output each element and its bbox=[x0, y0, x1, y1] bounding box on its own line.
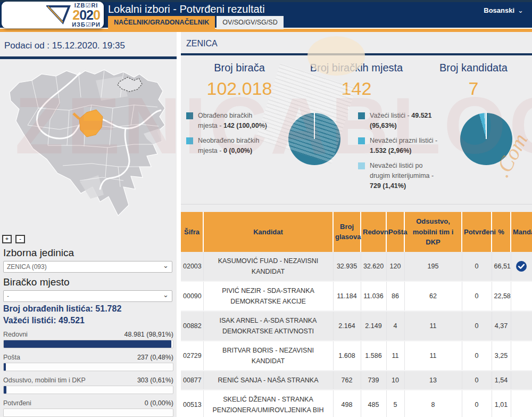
table-row: 00513 SKELIĆ DŽENAN - STRANKA PENZIONERA… bbox=[181, 390, 532, 417]
ballot-bar-posta: Pošta237 (0,48%) bbox=[3, 354, 173, 371]
col-kandidat: Kandidat bbox=[203, 212, 333, 252]
section-divider bbox=[181, 204, 532, 205]
col-redovni: Redovni bbox=[361, 212, 386, 252]
table-row: 00090 PIVIĆ NEZIR - SDA-STRANKA DEMOKRAT… bbox=[181, 281, 532, 311]
legend-color-swatch bbox=[186, 137, 193, 144]
panel-gutter bbox=[177, 32, 181, 417]
stat-broj-biraca: Broj birača 102.018 bbox=[181, 62, 298, 99]
legend-color-swatch bbox=[358, 162, 365, 169]
col-broj-glasova: Broj glasova bbox=[333, 212, 361, 252]
map-country-shape bbox=[10, 70, 165, 216]
page-title: Lokalni izbori - Potvrđeni rezultati bbox=[108, 3, 265, 15]
legend-color-swatch bbox=[186, 112, 193, 119]
col-potvrdeni: Potvrđeni bbox=[462, 212, 492, 252]
valid-ballots-count: Važeći listići: 49.521 bbox=[3, 316, 173, 325]
table-row: 00882 ISAK ARNEL - A-SDA STRANKA DEMOKRA… bbox=[181, 311, 532, 341]
col-mandat: Mandat bbox=[511, 212, 532, 252]
region-title: ZENICA bbox=[181, 32, 532, 55]
tab-nacelnik-gradonacelnik[interactable]: NAČELNIK/GRADONAČELNIK bbox=[108, 16, 215, 29]
pie-chart-processed-stations: Obrađeno biračkih mjesta - 142 (100,00%)… bbox=[186, 109, 358, 202]
legend-item: Nevažeći listići po drugim kriterijumima… bbox=[358, 161, 442, 192]
logo-text-year: 2020 bbox=[72, 9, 101, 22]
polling-station-label: Biračko mjesto bbox=[3, 276, 177, 288]
data-timestamp: Podaci od : 15.12.2020. 19:35 bbox=[0, 32, 177, 56]
legend-color-swatch bbox=[358, 112, 365, 119]
view-tabs: NAČELNIK/GRADONAČELNIK OV/SO/GV/SG/SD bbox=[108, 16, 284, 29]
mandate-check-icon bbox=[516, 261, 527, 272]
pie2-legend: Važeći listići - 49.521 (95,63%) Nevažeć… bbox=[358, 109, 442, 202]
map-zoom-in-button[interactable]: + bbox=[2, 235, 12, 243]
stat-broj-birackih-mjesta: Broj biračkih mjesta 142 bbox=[298, 62, 415, 99]
table-row: 02729 BRITVAR BORIS - NEZAVISNI KANDIDAT… bbox=[181, 341, 532, 371]
language-selector[interactable]: Bosanski⌄ bbox=[484, 6, 523, 14]
map-zoom-out-button[interactable]: - bbox=[15, 235, 25, 243]
bar-fill bbox=[4, 340, 171, 348]
table-row: 00877 RENIĆ SANJA - NAŠA STRANKA 762 739… bbox=[181, 371, 532, 390]
legend-color-swatch bbox=[358, 137, 365, 144]
pie-processed-stations bbox=[288, 113, 340, 165]
summary-stats: Broj birača 102.018 Broj biračkih mjesta… bbox=[181, 55, 532, 99]
bar-fill bbox=[4, 363, 6, 371]
map-zoom-controls: + - bbox=[0, 234, 177, 243]
legend-item: Neobrađeno biračkih mjesta - 0 (0,00%) bbox=[186, 136, 270, 157]
electoral-unit-select[interactable]: ZENICA (093) bbox=[3, 261, 172, 273]
candidate-results-table: Šifra Kandidat Broj glasova Redovni Pošt… bbox=[181, 212, 532, 417]
bar-fill bbox=[4, 386, 6, 394]
pie-ballot-validity bbox=[460, 113, 512, 165]
legend-item: Važeći listići - 49.521 (95,63%) bbox=[358, 111, 442, 132]
electoral-unit-label: Izborna jedinica bbox=[3, 247, 177, 259]
left-sidebar: Podaci od : 15.12.2020. 19:35 bbox=[0, 32, 177, 417]
ballot-bar-odsustvo: Odsustvo, mobilni tim i DKP303 (0,61%) bbox=[3, 377, 173, 394]
table-row: 02003 KASUMOVIĆ FUAD - NEZAVISNI KANDIDA… bbox=[181, 252, 532, 281]
logo-text-izbori-cyrillic: ИЗБ☑РИ bbox=[72, 22, 101, 28]
pie1-legend: Obrađeno biračkih mjesta - 142 (100,00%)… bbox=[186, 109, 270, 202]
ballot-bar-potvrdeni: Potvrđeni0 (0,00%) bbox=[3, 399, 173, 417]
pie-chart-ballot-validity: Važeći listići - 49.521 (95,63%) Nevažeć… bbox=[358, 109, 530, 202]
logo-triangle-icon bbox=[46, 4, 71, 26]
col-sifra: Šifra bbox=[181, 212, 203, 252]
col-posta: Pošta bbox=[386, 212, 404, 252]
table-header-row: Šifra Kandidat Broj glasova Redovni Pošt… bbox=[181, 212, 532, 252]
stat-broj-kandidata: Broj kandidata 7 bbox=[415, 62, 532, 99]
chevron-down-icon: ⌄ bbox=[518, 6, 523, 14]
legend-item: Obrađeno biračkih mjesta - 142 (100,00%) bbox=[186, 111, 270, 132]
ballot-bar-redovni: Redovni48.981 (98,91%) bbox=[3, 331, 173, 348]
processed-ballots-count: Broj obrađenih listića: 51.782 bbox=[3, 304, 173, 314]
legend-item: Nevažeći prazni listići - 1.532 (2,96%) bbox=[358, 136, 442, 157]
tab-ov-so-gv-sg-sd[interactable]: OV/SO/GV/SG/SD bbox=[217, 16, 284, 29]
izbori-2020-logo: IZB☑RI 2020 ИЗБ☑РИ bbox=[2, 2, 104, 28]
polling-station-select[interactable]: - bbox=[3, 290, 172, 302]
results-panel: ZENICA Broj birača 102.018 Broj biračkih… bbox=[181, 32, 532, 417]
bosnia-map[interactable] bbox=[0, 59, 177, 234]
col-odsustvo: Odsustvo, mobilni tim i DKP bbox=[404, 212, 462, 252]
